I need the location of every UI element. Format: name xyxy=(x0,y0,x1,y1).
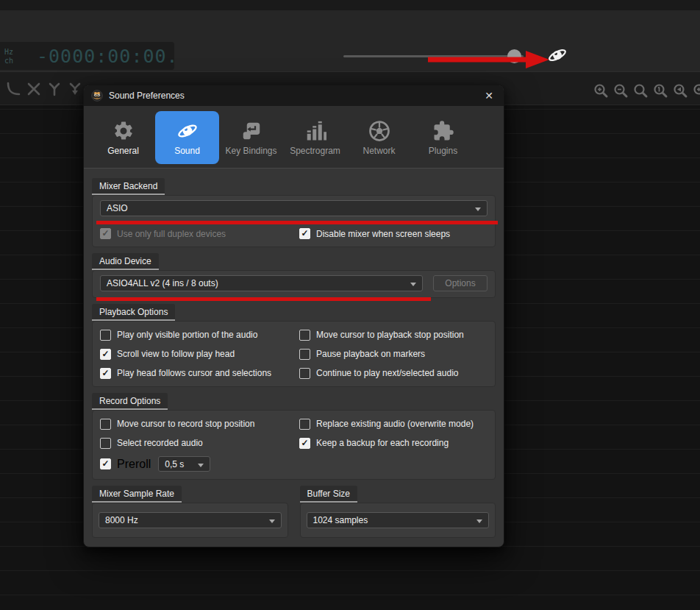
replace-existing-audio-row[interactable]: Replace existing audio (overwrite mode) xyxy=(299,418,488,430)
checkbox[interactable] xyxy=(299,330,310,341)
zoom-one-to-one-button[interactable] xyxy=(652,82,668,99)
checkbox[interactable] xyxy=(100,330,111,341)
merge-channels-button[interactable] xyxy=(67,81,83,97)
sample-rate-label: 0 Hz xyxy=(0,48,13,56)
options-button[interactable]: Options xyxy=(433,275,488,291)
full-duplex-label: Use only full duplex devices xyxy=(117,229,226,239)
continue-play-next-row[interactable]: Continue to play next/selected audio xyxy=(299,367,488,379)
mixer-sample-rate-dropdown[interactable]: 8000 Hz xyxy=(99,512,282,528)
preroll-value: 0,5 s xyxy=(165,459,184,469)
full-duplex-checkbox-row[interactable]: Use only full duplex devices xyxy=(100,228,299,239)
keep-backup-row[interactable]: Keep a backup for each recording xyxy=(299,437,488,449)
checkbox[interactable] xyxy=(299,438,310,449)
checkbox[interactable] xyxy=(100,438,111,449)
record-options-label: Record Options xyxy=(92,393,168,410)
annotation-arrow xyxy=(425,49,551,70)
dialog-title: Sound Preferences xyxy=(109,91,482,101)
zoom-fit-button[interactable] xyxy=(632,82,649,99)
bottom-sections: Mixer Sample Rate 8000 Hz Buffer Size 10… xyxy=(92,486,496,538)
buffer-size-label: Buffer Size xyxy=(300,486,357,503)
tab-plugins[interactable]: Plugins xyxy=(411,111,475,164)
section-mixer-sample-rate: Mixer Sample Rate 8000 Hz xyxy=(92,486,288,538)
tab-general[interactable]: General xyxy=(91,111,155,164)
curve-tool-button[interactable] xyxy=(5,81,21,97)
close-icon[interactable]: ✕ xyxy=(482,91,496,101)
select-recorded-audio-row[interactable]: Select recorded audio xyxy=(100,437,299,449)
dialog-titlebar[interactable]: Sound Preferences ✕ xyxy=(84,85,504,106)
move-cursor-playback-stop-row[interactable]: Move cursor to playback stop position xyxy=(299,329,488,341)
checkbox[interactable] xyxy=(299,349,310,360)
mixer-sample-rate-value: 8000 Hz xyxy=(105,515,138,525)
network-globe-icon xyxy=(368,120,390,142)
swap-channels-button[interactable] xyxy=(26,81,42,97)
zoom-back-button[interactable] xyxy=(672,82,688,99)
spectrogram-icon xyxy=(304,120,326,142)
buffer-size-dropdown[interactable]: 1024 samples xyxy=(307,512,490,528)
tab-network[interactable]: Network xyxy=(347,111,411,164)
playhead-follows-cursor-row[interactable]: Play head follows cursor and selections xyxy=(100,367,299,379)
key-bindings-icon xyxy=(240,120,262,142)
audio-device-dropdown[interactable]: ASIO4ALL v2 (4 ins / 8 outs) xyxy=(100,275,423,291)
checkbox[interactable] xyxy=(299,419,310,430)
sound-planet-icon[interactable] xyxy=(547,45,568,65)
preroll-label: Preroll xyxy=(117,458,151,471)
mixer-sample-rate-label: Mixer Sample Rate xyxy=(92,486,182,503)
zoom-in-button[interactable] xyxy=(593,82,609,99)
checkbox[interactable] xyxy=(100,368,111,379)
time-counter: -0000:00:00.000 xyxy=(37,46,174,67)
preroll-dropdown[interactable]: 0,5 s xyxy=(158,456,210,472)
zoom-selection-button[interactable] xyxy=(692,82,700,99)
preferences-tabstrip: General Sound Key Bindings xyxy=(84,106,504,169)
buffer-size-value: 1024 samples xyxy=(313,515,368,525)
scroll-follow-playhead-row[interactable]: Scroll view to follow play head xyxy=(100,348,299,360)
plugins-puzzle-icon xyxy=(432,120,454,142)
channels-label: 0 ch xyxy=(0,57,13,65)
play-visible-portion-row[interactable]: Play only visible portion of the audio xyxy=(100,329,299,341)
split-channels-button[interactable] xyxy=(46,81,63,97)
tab-sound-label: Sound xyxy=(174,146,200,156)
tab-general-label: General xyxy=(107,146,139,156)
pause-on-markers-row[interactable]: Pause playback on markers xyxy=(299,348,488,360)
disable-mixer-label: Disable mixer when screen sleeps xyxy=(316,229,450,239)
time-display-panel: 0 Hz 0 ch -0000:00:00.000 xyxy=(0,42,174,70)
sound-planet-icon xyxy=(176,120,199,142)
section-buffer-size: Buffer Size 1024 samples xyxy=(300,486,496,538)
mixer-backend-dropdown[interactable]: ASIO xyxy=(100,200,488,216)
move-cursor-record-stop-row[interactable]: Move cursor to record stop position xyxy=(100,418,299,430)
tab-plugins-label: Plugins xyxy=(429,146,457,156)
section-audio-device: Audio Device ASIO4ALL v2 (4 ins / 8 outs… xyxy=(92,253,496,298)
disable-mixer-checkbox-row[interactable]: Disable mixer when screen sleeps xyxy=(299,228,450,239)
section-playback-options: Playback Options Play only visible porti… xyxy=(92,304,496,387)
tab-key-bindings-label: Key Bindings xyxy=(225,146,276,156)
zoom-tools-group xyxy=(593,82,700,99)
tab-key-bindings[interactable]: Key Bindings xyxy=(219,111,283,164)
tab-sound[interactable]: Sound xyxy=(155,111,219,164)
preroll-checkbox[interactable] xyxy=(100,458,111,469)
section-record-options: Record Options Move cursor to record sto… xyxy=(92,393,496,480)
zoom-out-button[interactable] xyxy=(612,82,629,99)
mixer-backend-value: ASIO xyxy=(107,203,128,213)
app-titlebar-strip xyxy=(0,0,700,10)
app-logo-icon xyxy=(91,90,103,102)
checkbox[interactable] xyxy=(299,228,310,239)
tab-spectrogram[interactable]: Spectrogram xyxy=(283,111,347,164)
tab-spectrogram-label: Spectrogram xyxy=(290,146,340,156)
playback-options-label: Playback Options xyxy=(92,304,175,321)
annotation-underline-mixer-backend xyxy=(96,221,498,224)
audio-device-value: ASIO4ALL v2 (4 ins / 8 outs) xyxy=(107,278,218,288)
tab-network-label: Network xyxy=(362,146,395,156)
edit-tools-group xyxy=(5,81,83,97)
mixer-backend-label: Mixer Backend xyxy=(92,178,165,195)
section-mixer-backend: Mixer Backend ASIO Use only full duplex … xyxy=(92,178,496,247)
audio-meta: 0 Hz 0 ch xyxy=(0,48,13,65)
checkbox[interactable] xyxy=(100,349,111,360)
annotation-underline-audio-device xyxy=(96,297,431,301)
sound-preferences-dialog: Sound Preferences ✕ General Sound xyxy=(83,85,504,547)
preroll-row: Preroll 0,5 s xyxy=(100,456,299,472)
checkbox xyxy=(100,228,111,239)
gear-icon xyxy=(113,120,135,142)
checkbox[interactable] xyxy=(100,419,111,430)
checkbox[interactable] xyxy=(299,368,310,379)
audio-device-label: Audio Device xyxy=(92,253,159,270)
